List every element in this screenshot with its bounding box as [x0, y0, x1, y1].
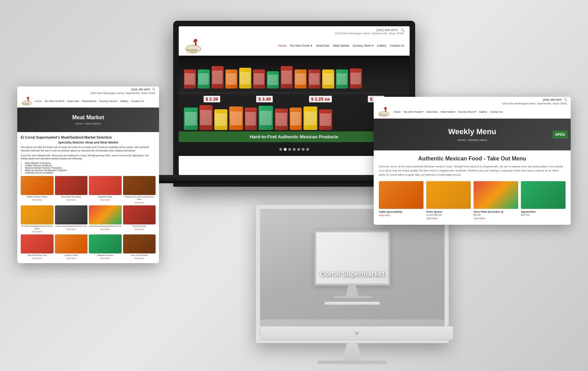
- jar-bottom-4: [229, 106, 243, 130]
- right-nav-texmex[interactable]: Tex-Mex Foods ▾: [403, 110, 423, 113]
- product-diced-beef: Diced Beef Taco Meat View More: [55, 176, 88, 204]
- product-buffalo: Buffalo Chicken Wings View More: [21, 176, 54, 204]
- jar-2: [198, 69, 210, 89]
- meat-desc-1: Not only do we offer the finest cuts of …: [21, 146, 156, 152]
- laptop-nav-home[interactable]: Home: [279, 44, 287, 47]
- product-butcher: Special Butcher Cuts View More: [21, 234, 54, 260]
- right-nav-home[interactable]: Home: [394, 110, 401, 113]
- view-more-diced[interactable]: View More: [66, 199, 76, 201]
- dot-7[interactable]: [306, 148, 309, 151]
- food-link-fajita[interactable]: View More: [379, 214, 423, 216]
- dot-2[interactable]: [284, 148, 287, 151]
- product-thumb-alpastor: [21, 205, 54, 224]
- left-nav-home[interactable]: Home: [35, 100, 42, 103]
- imac-device: Corral Supermarket: [255, 204, 449, 364]
- view-more-butcher[interactable]: View More: [32, 257, 42, 259]
- right-nav-grocery[interactable]: Grocery Store ▾: [458, 110, 476, 113]
- dot-5[interactable]: [297, 148, 300, 151]
- product-thumb-buffalo: [21, 176, 54, 195]
- laptop-site-header: (254) 459-4875 🔍 1050 East Washington St…: [179, 26, 410, 56]
- product-name-butcher: Special Butcher Cuts: [21, 254, 54, 257]
- view-more-jerky[interactable]: View More: [134, 202, 144, 204]
- right-nav-contact[interactable]: Contact Us: [490, 110, 503, 113]
- dot-3[interactable]: [288, 148, 291, 151]
- imac-camera-dot: [355, 332, 358, 335]
- laptop-nav-meat[interactable]: Meat Market: [333, 44, 349, 47]
- dot-4[interactable]: [293, 148, 296, 151]
- right-nav-meat[interactable]: Meat Market: [441, 110, 455, 113]
- dot-6[interactable]: [302, 148, 305, 151]
- jar-12: [336, 69, 348, 89]
- view-more-fajitas[interactable]: View More: [100, 199, 110, 201]
- jar-8: [281, 66, 293, 89]
- jar-bottom-9: [304, 106, 317, 130]
- food-link-pollo[interactable]: View More: [426, 217, 471, 220]
- search-icon[interactable]: 🔍: [401, 28, 404, 32]
- laptop-address: 1050 East Washington Street, Stephenvill…: [184, 32, 404, 35]
- bullet-1: Meat Market/ Carniceria: [25, 162, 156, 164]
- jar-bottom-6: [259, 106, 273, 130]
- right-site-header: (254) 459-4875 🔍 1050 East Washington St…: [374, 97, 571, 119]
- food-card-pollo: Pollo Queso Lunch $8.99 View More: [426, 181, 471, 220]
- food-link-taco[interactable]: View More: [474, 217, 518, 220]
- shelf-divider-1: [179, 92, 410, 94]
- jar-4: [225, 69, 237, 89]
- product-thumb-lambshanks: [89, 205, 122, 224]
- view-more-jalapeno[interactable]: View More: [100, 257, 110, 259]
- meat-market-breadcrumb: Home › Meat Market: [24, 122, 152, 125]
- food-img-aguachiles: [521, 181, 566, 209]
- left-nav-grocery[interactable]: Grocery Store ▾: [99, 100, 118, 103]
- right-search-icon[interactable]: 🔍: [564, 98, 567, 101]
- product-grid-row2: Al Pastor Meat/Marinated Pork for Tacos …: [21, 205, 156, 233]
- jar-11: [322, 69, 334, 89]
- jar-bottom-1: [184, 108, 198, 130]
- view-more-lambshanks[interactable]: View More: [100, 228, 110, 230]
- jar-bottom-5: [245, 108, 257, 130]
- right-logo: El Corral: [377, 106, 391, 117]
- food-name-pollo: Pollo Queso: [426, 210, 471, 213]
- weekly-menu-description: Discover some of the most authentic Mexi…: [379, 165, 566, 177]
- left-nav-contact[interactable]: Contact Us: [131, 100, 144, 103]
- view-more-buffalo[interactable]: View More: [32, 199, 42, 201]
- left-search-icon[interactable]: 🔍: [152, 88, 156, 91]
- imac-screen-content: Corral Supermarket: [260, 209, 445, 326]
- view-more-alpastor[interactable]: View More: [32, 231, 42, 233]
- left-nav-meat[interactable]: Meat Market: [82, 100, 96, 103]
- left-site-header: (324) 459-4875 🔍 1050 East Washington St…: [17, 86, 159, 108]
- svg-text:El Corral: El Corral: [22, 103, 29, 105]
- jar-7: [267, 71, 279, 89]
- meat-section-title: El Corral Supermarket's Meat/Seafood Mar…: [21, 136, 156, 139]
- laptop-nav-grocery[interactable]: Grocery Store ▾: [353, 44, 373, 47]
- right-logo-nav-row: El Corral Home Tex-Mex Foods ▾ Snack Bar…: [377, 106, 567, 117]
- right-nav-snackbar[interactable]: Snack Bar: [426, 110, 438, 113]
- laptop-nav-contact[interactable]: Contact Us: [390, 44, 404, 47]
- product-name-alpastor: Al Pastor Meat/Marinated Pork for Tacos: [21, 225, 54, 230]
- laptop-logo-nav-row: El Corral SUPERMARKET Home Tex-Mex Foods…: [184, 36, 404, 53]
- product-thumb-butcher: [21, 234, 54, 253]
- product-jalapeno: Jalapeno Poppers View More: [89, 234, 122, 260]
- view-more-groundbeef[interactable]: View More: [134, 257, 144, 259]
- product-thumb-groundbeef: [123, 234, 156, 253]
- left-nav-snackbar[interactable]: Snack Bar: [67, 100, 79, 103]
- shelf-row-1: [179, 66, 410, 90]
- weekly-menu-breadcrumb: Home › Weekly Menu: [381, 138, 564, 142]
- laptop-nav-texmex[interactable]: Tex-Mex Foods ▾: [290, 44, 312, 47]
- left-nav-texmex[interactable]: Tex-Mex Foods ▾: [45, 100, 64, 103]
- food-price-pollo: Lunch $8.99: [426, 213, 471, 216]
- view-more-suadero[interactable]: View More: [66, 257, 76, 259]
- laptop-nav-gallery[interactable]: Gallery: [377, 44, 386, 47]
- product-thumb-suadero: [55, 234, 88, 253]
- right-nav-gallery[interactable]: Gallery: [479, 110, 487, 113]
- view-more-lambchops[interactable]: View More: [66, 228, 76, 230]
- meat-market-hero-content: Meat Market Home › Meat Market: [24, 114, 152, 125]
- left-nav-gallery[interactable]: Gallery: [120, 100, 128, 103]
- bullet-3: Mexican Bread Factory/ Panaderia: [25, 167, 156, 169]
- product-grid-row1: Buffalo Chicken Wings View More Diced Be…: [21, 176, 156, 204]
- view-more-ribeye[interactable]: View More: [134, 228, 144, 230]
- laptop-nav-snackbar[interactable]: Snack Bar: [316, 44, 329, 47]
- weekly-menu-body: Authentic Mexican Food - Take Out Menu D…: [374, 150, 571, 225]
- dot-1[interactable]: [279, 148, 282, 151]
- laptop-nav: Home Tex-Mex Foods ▾ Snack Bar Meat Mark…: [279, 44, 404, 47]
- imac-chin: [260, 326, 454, 340]
- food-img-fajita: [379, 181, 423, 209]
